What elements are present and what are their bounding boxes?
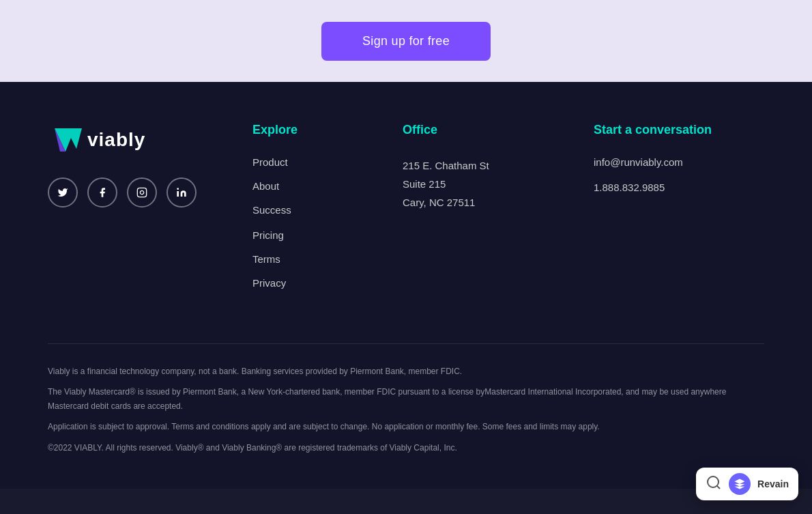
logo-container: viably — [48, 123, 252, 157]
office-title: Office — [403, 123, 594, 137]
svg-rect-4 — [177, 191, 179, 197]
svg-rect-2 — [137, 188, 146, 197]
footer-top: viably Explore Product — [48, 123, 764, 302]
twitter-icon[interactable] — [48, 177, 78, 208]
legal-line4: ©2022 VIABLY. All rights reserved. Viabl… — [48, 441, 764, 455]
hero-section: Sign up for free — [0, 0, 812, 82]
footer-brand: viably — [48, 123, 252, 302]
signup-button[interactable]: Sign up for free — [321, 22, 491, 61]
footer: viably Explore Product — [0, 82, 812, 489]
viably-logo-icon — [48, 123, 82, 157]
revain-label: Revain — [757, 479, 789, 489]
footer-explore: Explore Product About Success Pricing Te… — [252, 123, 403, 302]
office-line2: Suite 215 — [403, 175, 594, 193]
svg-point-5 — [177, 188, 179, 190]
social-icons — [48, 177, 252, 208]
explore-link-product[interactable]: Product — [252, 156, 403, 168]
facebook-icon[interactable] — [87, 177, 117, 208]
explore-link-about[interactable]: About — [252, 180, 403, 192]
contact-email[interactable]: info@runviably.com — [594, 156, 764, 168]
explore-title: Explore — [252, 123, 403, 137]
logo-text: viably — [87, 129, 145, 151]
footer-office: Office 215 E. Chatham St Suite 215 Cary,… — [403, 123, 594, 302]
footer-contact: Start a conversation info@runviably.com … — [594, 123, 764, 302]
revain-search-icon — [706, 474, 722, 489]
office-address: 215 E. Chatham St Suite 215 Cary, NC 275… — [403, 156, 594, 212]
footer-legal: Viably is a financial technology company… — [48, 365, 764, 455]
contact-phone: 1.888.832.9885 — [594, 182, 764, 193]
explore-link-privacy[interactable]: Privacy — [252, 277, 403, 289]
footer-divider — [48, 343, 764, 344]
linkedin-icon[interactable] — [166, 177, 197, 208]
office-line3: Cary, NC 27511 — [403, 193, 594, 212]
svg-line-7 — [717, 485, 720, 488]
legal-line2: The Viably Mastercard® is issued by Pier… — [48, 385, 764, 413]
explore-link-pricing[interactable]: Pricing — [252, 229, 403, 241]
legal-line1: Viably is a financial technology company… — [48, 365, 764, 378]
explore-link-terms[interactable]: Terms — [252, 253, 403, 265]
office-line1: 215 E. Chatham St — [403, 156, 594, 175]
revain-logo-icon — [729, 473, 751, 489]
explore-group-2: Pricing Terms Privacy — [252, 229, 403, 289]
explore-link-success[interactable]: Success — [252, 204, 403, 216]
explore-group-1: Product About Success — [252, 156, 403, 216]
revain-widget[interactable]: Revain — [696, 468, 798, 489]
instagram-icon[interactable] — [127, 177, 157, 208]
legal-line3: Application is subject to approval. Term… — [48, 420, 764, 433]
svg-point-6 — [708, 476, 719, 487]
contact-title: Start a conversation — [594, 123, 764, 137]
